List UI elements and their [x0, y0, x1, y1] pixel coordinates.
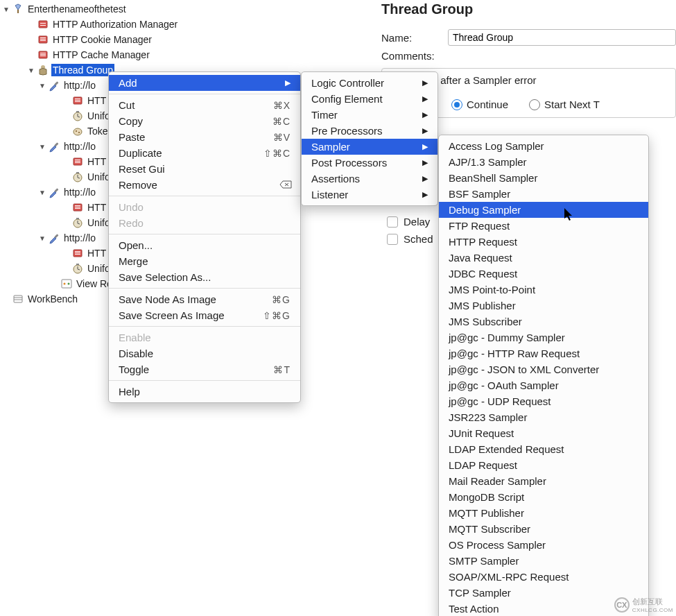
menu-label: Sampler: [311, 141, 350, 153]
menu-item-logic-controller[interactable]: Logic Controller▶: [302, 75, 437, 91]
expander-icon[interactable]: ▼: [37, 143, 47, 151]
menu-item-ldap-request[interactable]: LDAP Request: [439, 457, 648, 473]
menu-label: OS Process Sampler: [449, 539, 546, 551]
menu-item-java-request[interactable]: Java Request: [439, 250, 648, 266]
tree-label: HTT: [86, 201, 107, 214]
menu-item-ldap-extended-request[interactable]: LDAP Extended Request: [439, 441, 648, 457]
menu-item-assertions[interactable]: Assertions▶: [302, 171, 437, 187]
menu-item-jms-subscriber[interactable]: JMS Subscriber: [439, 314, 648, 330]
expander-icon[interactable]: ▼: [26, 67, 36, 74]
menu-item-http-request[interactable]: HTTP Request: [439, 234, 648, 250]
menu-item-paste[interactable]: Paste⌘V: [109, 129, 300, 145]
menu-label: Post Processors: [311, 157, 387, 169]
svg-rect-36: [75, 205, 80, 206]
menu-item-remove[interactable]: Remove: [109, 177, 300, 193]
menu-item-enable: Enable: [109, 330, 300, 345]
menu-label: Undo: [119, 201, 144, 213]
menu-item-jsr223-sampler[interactable]: JSR223 Sampler: [439, 409, 648, 425]
svg-rect-51: [76, 264, 79, 265]
menu-item-merge[interactable]: Merge: [109, 253, 300, 269]
menu-label: Logic Controller: [311, 77, 384, 89]
tree-label: HTTP Authorization Manager: [51, 18, 179, 31]
shortcut: ⌘T: [273, 364, 291, 375]
tree-root[interactable]: ▼ Enterthenameofthetest: [0, 1, 374, 17]
expander-icon[interactable]: ▼: [37, 82, 47, 89]
menu-label: JSR223 Sampler: [449, 411, 527, 423]
radio-icon: [529, 99, 540, 110]
svg-point-54: [68, 283, 70, 285]
menu-item-cut[interactable]: Cut⌘X: [109, 97, 300, 113]
tree-item[interactable]: HTTP Cache Manager: [0, 47, 374, 62]
menu-item-post-processors[interactable]: Post Processors▶: [302, 155, 437, 171]
menu-item-jms-point-to-point[interactable]: JMS Point-to-Point: [439, 282, 648, 298]
tree-item[interactable]: HTTP Authorization Manager: [0, 17, 374, 32]
menu-item-mqtt-subscriber[interactable]: MQTT Subscriber: [439, 521, 648, 537]
shortcut: ⌘V: [273, 132, 291, 143]
menu-item-mqtt-publisher[interactable]: MQTT Publisher: [439, 505, 648, 521]
menu-item-junit-request[interactable]: JUnit Request: [439, 425, 648, 441]
menu-item-jp-gc-dummy-sampler[interactable]: jp@gc - Dummy Sampler: [439, 330, 648, 345]
svg-rect-17: [75, 101, 80, 102]
expander-icon[interactable]: ▼: [37, 189, 47, 196]
menu-item-timer[interactable]: Timer▶: [302, 107, 437, 123]
menu-item-pre-processors[interactable]: Pre Processors▶: [302, 123, 437, 139]
menu-item-ftp-request[interactable]: FTP Request: [439, 218, 648, 234]
menu-item-disable[interactable]: Disable: [109, 345, 300, 361]
menu-label: Java Request: [449, 252, 512, 264]
radio-start-next[interactable]: Start Next T: [529, 99, 600, 110]
menu-item-smtp-sampler[interactable]: SMTP Sampler: [439, 553, 648, 569]
menu-label: Save Node As Image: [119, 293, 216, 305]
menu-item-access-log-sampler[interactable]: Access Log Sampler: [439, 138, 648, 154]
menu-item-save-selection-as-[interactable]: Save Selection As...: [109, 269, 300, 285]
svg-point-53: [64, 283, 66, 285]
comments-label: Comments:: [381, 50, 448, 62]
menu-label: jp@gc - UDP Request: [449, 395, 551, 407]
svg-rect-1: [39, 21, 47, 28]
svg-rect-7: [40, 40, 46, 41]
menu-label: MongoDB Script: [449, 491, 524, 503]
radio-continue[interactable]: Continue: [451, 99, 508, 110]
menu-item-debug-sampler[interactable]: Debug Sampler: [439, 202, 648, 218]
menu-label: Pre Processors: [311, 125, 383, 137]
menu-item-bsf-sampler[interactable]: BSF Sampler: [439, 186, 648, 202]
menu-item-open-[interactable]: Open...: [109, 237, 300, 253]
menu-item-beanshell-sampler[interactable]: BeanShell Sampler: [439, 170, 648, 186]
menu-item-jp-gc-json-to-xml-converter[interactable]: jp@gc - JSON to XML Converter: [439, 361, 648, 377]
menu-item-mail-reader-sampler[interactable]: Mail Reader Sampler: [439, 473, 648, 489]
radio-label: Start Next T: [544, 99, 600, 110]
svg-rect-55: [14, 296, 22, 302]
menu-label: Save Selection As...: [119, 271, 211, 283]
menu-item-jms-publisher[interactable]: JMS Publisher: [439, 298, 648, 314]
menu-item-toggle[interactable]: Toggle⌘T: [109, 361, 300, 377]
menu-item-config-element[interactable]: Config Element▶: [302, 91, 437, 107]
svg-rect-47: [75, 254, 80, 255]
menu-label: Debug Sampler: [449, 204, 521, 216]
menu-item-os-process-sampler[interactable]: OS Process Sampler: [439, 537, 648, 553]
menu-label: Help: [119, 386, 140, 397]
menu-item-save-screen-as-image[interactable]: Save Screen As Image⇧⌘G: [109, 307, 300, 323]
svg-rect-3: [40, 25, 46, 26]
name-field[interactable]: [448, 29, 676, 46]
menu-label: JMS Publisher: [449, 300, 516, 311]
menu-item-add[interactable]: Add▶: [109, 75, 300, 91]
menu-item-duplicate[interactable]: Duplicate⇧⌘C: [109, 145, 300, 161]
expander-icon[interactable]: ▼: [37, 234, 47, 242]
menu-item-jp-gc-udp-request[interactable]: jp@gc - UDP Request: [439, 393, 648, 409]
menu-item-save-node-as-image[interactable]: Save Node As Image⌘G: [109, 291, 300, 307]
menu-item-listener[interactable]: Listener▶: [302, 187, 437, 203]
menu-item-copy[interactable]: Copy⌘C: [109, 113, 300, 129]
menu-item-jdbc-request[interactable]: JDBC Request: [439, 266, 648, 282]
tree-label: Thread Group: [51, 64, 114, 76]
expander-icon[interactable]: ▼: [1, 6, 11, 13]
menu-item-jp-gc-oauth-sampler[interactable]: jp@gc - OAuth Sampler: [439, 377, 648, 393]
menu-item-sampler[interactable]: Sampler▶: [302, 139, 437, 155]
menu-item-reset-gui[interactable]: Reset Gui: [109, 161, 300, 177]
menu-item-ajp-1-3-sampler[interactable]: AJP/1.3 Sampler: [439, 154, 648, 170]
menu-item-help[interactable]: Help: [109, 384, 300, 400]
menu-item-jp-gc-http-raw-request[interactable]: jp@gc - HTTP Raw Request: [439, 345, 648, 361]
menu-label: Toggle: [119, 363, 149, 375]
menu-item-mongodb-script[interactable]: MongoDB Script: [439, 489, 648, 505]
timer-icon: [71, 110, 85, 122]
menu-item-soap-xml-rpc-request[interactable]: SOAP/XML-RPC Request: [439, 569, 648, 585]
tree-item[interactable]: HTTP Cookie Manager: [0, 32, 374, 47]
